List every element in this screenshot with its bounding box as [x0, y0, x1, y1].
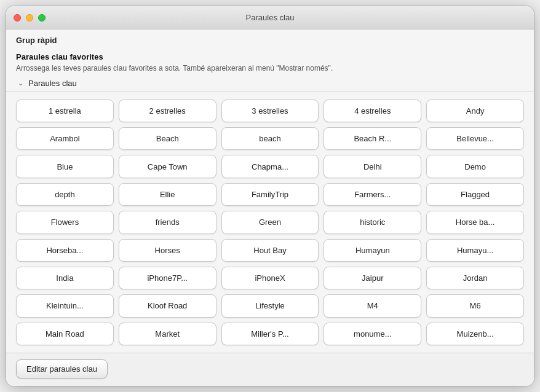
keywords-collapse-label: Paraules clau [28, 79, 77, 88]
window-title: Paraules clau [246, 13, 295, 22]
keyword-button[interactable]: Market [119, 323, 216, 345]
keyword-button[interactable]: iPhone7P... [119, 267, 216, 289]
minimize-button[interactable] [26, 14, 33, 22]
keyword-button[interactable]: Flowers [16, 211, 114, 233]
keyword-button[interactable]: Delhi [324, 155, 421, 178]
keyword-button[interactable]: monume... [324, 323, 421, 345]
favorites-title: Paraules clau favorites [16, 52, 524, 61]
traffic-lights [14, 14, 46, 22]
keyword-button[interactable]: Horse ba... [426, 211, 524, 233]
keyword-button[interactable]: Miller's P... [221, 323, 319, 345]
window: Paraules clau Grup ràpid Paraules clau f… [6, 6, 534, 386]
keyword-button[interactable]: Andy [426, 100, 524, 122]
keyword-button[interactable]: beach [221, 127, 319, 150]
keyword-button[interactable]: Beach [119, 127, 216, 150]
keyword-button[interactable]: Lifestyle [221, 294, 319, 317]
titlebar: Paraules clau [6, 6, 534, 29]
maximize-button[interactable] [38, 14, 46, 22]
keyword-button[interactable]: 2 estrelles [119, 100, 216, 122]
keyword-button[interactable]: Green [221, 211, 319, 233]
chevron-down-icon: ⌄ [16, 79, 25, 87]
keyword-button[interactable]: Demo [426, 155, 524, 178]
keyword-button[interactable]: 4 estrelles [324, 100, 421, 122]
keyword-button[interactable]: Main Road [16, 323, 114, 345]
keyword-button[interactable]: Beach R... [324, 127, 421, 150]
keyword-button[interactable]: Jordan [426, 267, 524, 289]
keyword-button[interactable]: Humayu... [426, 239, 524, 262]
keywords-grid: 1 estrella2 estrelles3 estrelles4 estrel… [6, 92, 534, 353]
keyword-button[interactable]: Arambol [16, 127, 114, 150]
keyword-button[interactable]: M6 [426, 294, 524, 317]
keyword-button[interactable]: Humayun [324, 239, 421, 262]
keyword-button[interactable]: depth [16, 183, 114, 206]
keyword-button[interactable]: Blue [16, 155, 114, 178]
keyword-button[interactable]: historic [324, 211, 421, 233]
keyword-button[interactable]: 3 estrelles [221, 100, 319, 122]
keyword-button[interactable]: M4 [324, 294, 421, 317]
keyword-button[interactable]: FamilyTrip [221, 183, 319, 206]
keyword-button[interactable]: Chapma... [221, 155, 319, 178]
edit-keywords-button[interactable]: Editar paraules clau [16, 359, 108, 378]
keyword-button[interactable]: Muizenb... [426, 323, 524, 345]
keyword-button[interactable]: Ellie [119, 183, 216, 206]
keyword-button[interactable]: Horseba... [16, 239, 114, 262]
close-button[interactable] [14, 14, 21, 22]
keyword-button[interactable]: Kloof Road [119, 294, 216, 317]
keyword-button[interactable]: Flagged [426, 183, 524, 206]
keyword-button[interactable]: iPhoneX [221, 267, 319, 289]
keyword-button[interactable]: Bellevue... [426, 127, 524, 150]
keyword-button[interactable]: Hout Bay [221, 239, 319, 262]
keyword-button[interactable]: Horses [119, 239, 216, 262]
group-label: Grup ràpid [6, 29, 534, 47]
keyword-button[interactable]: 1 estrella [16, 100, 114, 122]
footer: Editar paraules clau [6, 353, 534, 386]
keyword-button[interactable]: India [16, 267, 114, 289]
keywords-collapse[interactable]: ⌄ Paraules clau [6, 76, 534, 92]
content-area: Grup ràpid Paraules clau favorites Arros… [6, 29, 534, 353]
keyword-button[interactable]: Cape Town [119, 155, 216, 178]
favorites-description: Arrossega les teves paraules clau favori… [16, 63, 524, 74]
keyword-button[interactable]: friends [119, 211, 216, 233]
keyword-button[interactable]: Jaipur [324, 267, 421, 289]
keyword-button[interactable]: Farmers... [324, 183, 421, 206]
keyword-button[interactable]: Kleintuin... [16, 294, 114, 317]
